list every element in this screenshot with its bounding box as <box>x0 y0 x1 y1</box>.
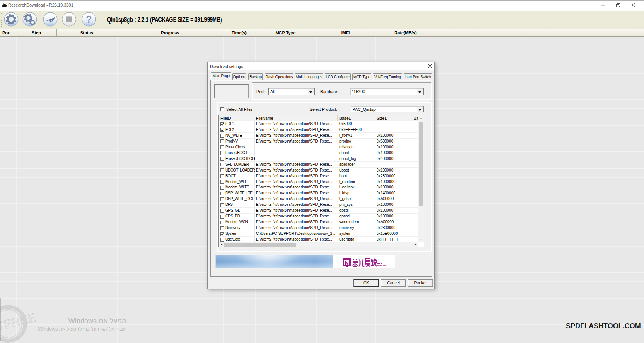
svg-text:ETFREE: ETFREE <box>0 311 37 335</box>
svg-text:מוגן: מוגן <box>7 332 15 338</box>
svg-text:?: ? <box>86 14 92 25</box>
